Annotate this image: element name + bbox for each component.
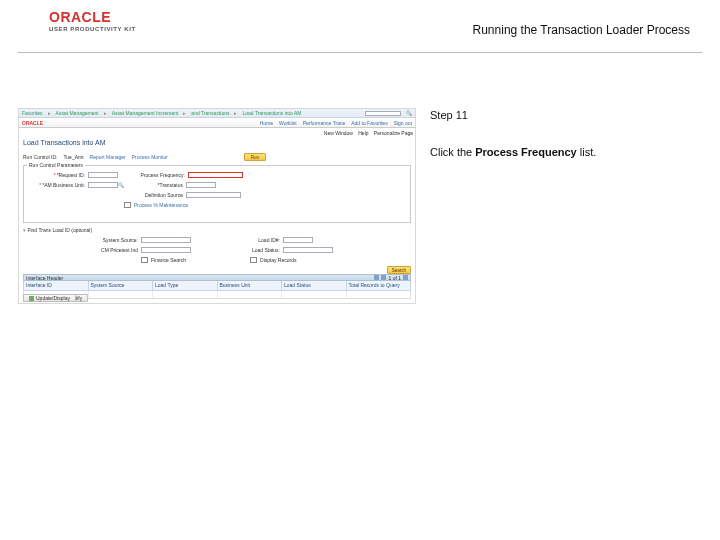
display-records-checkbox[interactable] [250, 257, 257, 263]
grid-tool-icon[interactable] [403, 275, 408, 280]
grid-col[interactable]: Total Records to Query [347, 281, 411, 290]
oracle-logo: ORACLE USER PRODUCTIVITY KIT [49, 10, 136, 32]
grid-tools: 1 of 1 [374, 275, 408, 281]
logo-subtext: USER PRODUCTIVITY KIT [49, 26, 136, 32]
definition-source-label: Definition Source [124, 192, 186, 198]
finance-search-checkbox[interactable] [141, 257, 148, 263]
breadcrumb-sep: ▸ [104, 110, 107, 116]
grid-col[interactable]: Interface ID [24, 281, 89, 290]
grid-header: Interface Header 1 of 1 [23, 274, 411, 281]
grid-title: Interface Header [26, 275, 63, 281]
request-id-input[interactable] [88, 172, 118, 178]
am-bu-label: *AM Business Unit: [26, 182, 88, 188]
grid-col[interactable]: Load Status [282, 281, 347, 290]
cm-label: CM Pricetext Ind [79, 247, 141, 253]
load-id-label: Load ID#: [221, 237, 283, 243]
breadcrumb-item[interactable]: Favorites [22, 110, 43, 116]
load-id-input[interactable] [283, 237, 313, 243]
breadcrumb-item[interactable]: Load Transactions into AM [242, 110, 301, 116]
transtatus-label: *Transtatus [124, 182, 186, 188]
worklist-link[interactable]: Worklist [279, 120, 297, 126]
search-input[interactable] [365, 111, 401, 116]
process-frequency-label: Process Frequency: [126, 172, 188, 178]
instruction-bold: Process Frequency [475, 146, 577, 158]
system-source-label: System Source: [79, 237, 141, 243]
run-control-value: Tue_Amt [63, 154, 83, 160]
sub-links: New Window Help Personalize Page [320, 130, 413, 136]
params-caption: Run Control Parameters [27, 162, 85, 168]
app-logo: ORACLE [22, 120, 43, 126]
home-link[interactable]: Home [260, 120, 273, 126]
run-control-label: Run Control ID: [23, 154, 57, 160]
display-records-label: Display Records [260, 257, 296, 263]
new-window-link[interactable]: New Window [324, 130, 353, 136]
grid-col[interactable]: System Source [89, 281, 154, 290]
find-caption: ▾ Find Trans Load ID (optional) [23, 227, 92, 233]
footer-update: Update/Display [23, 294, 411, 302]
step-label: Step 11 [430, 108, 700, 123]
perf-trace-link[interactable]: Performance Trace [303, 120, 346, 126]
run-control-parameters: Run Control Parameters *Request ID: Proc… [23, 165, 411, 223]
page-header: ORACLE USER PRODUCTIVITY KIT Running the… [18, 6, 702, 53]
report-manager-link[interactable]: Report Manager [90, 154, 126, 160]
grid-tool-icon[interactable] [381, 275, 386, 280]
breadcrumb-item[interactable]: and Transactions [191, 110, 229, 116]
breadcrumb-bar: Favorites▸ Asset Management▸ Asset Manag… [19, 109, 415, 118]
form-title: Load Transactions into AM [23, 139, 106, 146]
cm-select[interactable] [141, 247, 191, 253]
process-monitor-link[interactable]: Process Monitor [132, 154, 168, 160]
grid-col[interactable]: Business Unit [218, 281, 283, 290]
breadcrumb-sep: ▸ [183, 110, 186, 116]
favorites-link[interactable]: Add to Favorites [351, 120, 387, 126]
page-title: Running the Transaction Loader Process [473, 24, 690, 36]
grid-nav: 1 of 1 [388, 275, 401, 281]
request-id-label: *Request ID: [26, 172, 88, 178]
instruction-post: list. [577, 146, 597, 158]
am-bu-input[interactable] [88, 182, 118, 188]
process-frequency-select[interactable] [188, 172, 243, 178]
find-caption-text: Find Trans Load ID (optional) [27, 227, 92, 233]
update-button[interactable]: Update/Display [23, 294, 76, 302]
logo-text: ORACLE [49, 10, 136, 24]
instruction-text: Click the Process Frequency list. [430, 145, 700, 160]
run-button[interactable]: Run [244, 153, 266, 161]
app-bar: ORACLE Home Worklist Performance Trace A… [19, 118, 415, 128]
process-maintenance-label: Process % Maintenance [134, 202, 188, 208]
grid-columns: Interface ID System Source Load Type Bus… [23, 281, 411, 291]
finance-search-label: Finance Search [151, 257, 186, 263]
transtatus-input[interactable] [186, 182, 216, 188]
collapse-icon[interactable]: ▾ [23, 227, 26, 233]
signout-link[interactable]: Sign out [394, 120, 412, 126]
personalize-link[interactable]: Personalize Page [374, 130, 413, 136]
help-link[interactable]: Help [358, 130, 368, 136]
process-maintenance-checkbox[interactable] [124, 202, 131, 208]
grid-col[interactable]: Load Type [153, 281, 218, 290]
breadcrumb-sep: ▸ [48, 110, 51, 116]
find-box: System Source: Load ID#: CM Pricetext In… [79, 235, 411, 273]
search-button[interactable]: Search [387, 266, 411, 274]
run-control-row: Run Control ID: Tue_Amt Report Manager P… [23, 153, 411, 161]
update-icon [29, 296, 34, 301]
breadcrumb-item[interactable]: Asset Management [56, 110, 99, 116]
instruction-pre: Click the [430, 146, 475, 158]
search-icon[interactable]: 🔍 [406, 110, 412, 116]
app-screenshot: Favorites▸ Asset Management▸ Asset Manag… [18, 108, 416, 304]
grid-tool-icon[interactable] [374, 275, 379, 280]
load-status-select[interactable] [283, 247, 333, 253]
breadcrumb-sep: ▸ [234, 110, 237, 116]
load-status-label: Load Status: [221, 247, 283, 253]
system-source-select[interactable] [141, 237, 191, 243]
instruction-panel: Step 11 Click the Process Frequency list… [430, 108, 700, 161]
breadcrumb-item[interactable]: Asset Management Increment [112, 110, 179, 116]
definition-source-select[interactable] [186, 192, 241, 198]
update-label: Update/Display [36, 295, 70, 302]
